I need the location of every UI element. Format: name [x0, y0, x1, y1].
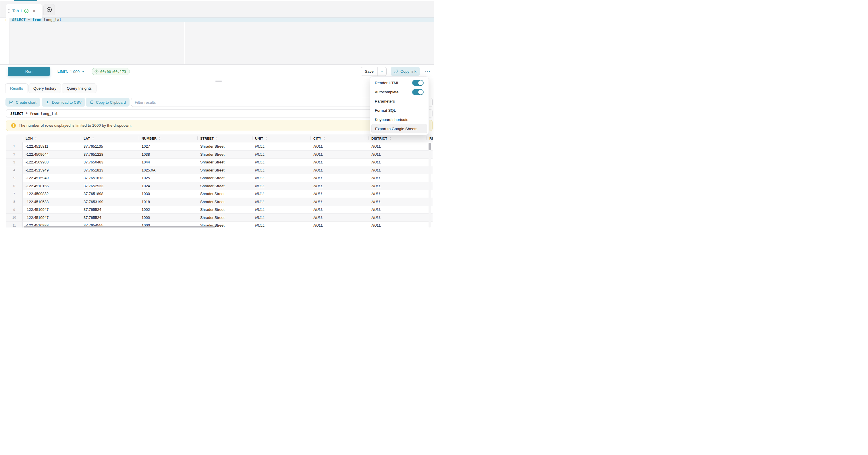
menu-item-render-html[interactable]: Render HTML	[371, 78, 427, 87]
new-tab-button[interactable]	[43, 4, 55, 15]
column-header-street[interactable]: STREET	[197, 134, 252, 143]
sort-icon[interactable]	[390, 137, 391, 140]
download-csv-button[interactable]: Download to CSV	[42, 98, 85, 107]
tab-query-history[interactable]: Query history	[28, 83, 61, 93]
table-cell: 1030	[139, 190, 197, 198]
column-header-label: DISTRICT	[371, 137, 387, 140]
table-cell: NULL	[252, 206, 310, 214]
sort-icon[interactable]	[159, 137, 161, 140]
toggle-knob	[418, 81, 423, 85]
caret-down-icon	[82, 71, 85, 72]
column-header-number[interactable]: NUMBER	[139, 134, 197, 143]
row-limit-warning: ! The number of rows displayed is limite…	[6, 120, 433, 131]
sort-icon[interactable]	[323, 137, 325, 140]
tab-results[interactable]: Results	[5, 83, 28, 93]
table-cell: -122.4515811	[23, 143, 81, 151]
table-row[interactable]: 8-122.451053337.76531991018Shrader Stree…	[6, 198, 433, 206]
sql-editor[interactable]: SELECT * from long_lat 1	[0, 18, 434, 64]
table-cell: -122.4510533	[23, 198, 81, 206]
copy-link-button[interactable]: Copy link	[391, 67, 420, 76]
tab-query-insights[interactable]: Query Insights	[62, 83, 96, 93]
table-cell: 37.7651813	[81, 166, 139, 174]
toggle-switch-on[interactable]	[412, 89, 424, 95]
table-cell: NULL	[369, 214, 427, 221]
column-header-unit[interactable]: UNIT	[252, 134, 310, 143]
menu-item-keyboard-shortcuts[interactable]: Keyboard shortcuts	[371, 115, 427, 124]
table-cell: -122.4515949	[23, 174, 81, 182]
close-tab-icon[interactable]: ✕	[32, 9, 36, 13]
run-button[interactable]: Run	[8, 67, 50, 76]
column-header-label: LAT	[84, 137, 90, 140]
limit-value: 1 000	[70, 69, 80, 74]
table-cell: NULL	[252, 158, 310, 166]
table-row[interactable]: 9-122.451094737.7655241002Shrader Street…	[6, 206, 433, 214]
table-row[interactable]: 1-122.451581137.76511351027Shrader Stree…	[6, 143, 433, 151]
sql-text: long_lat	[41, 18, 61, 22]
table-cell: NULL	[369, 206, 427, 214]
toggle-knob	[418, 90, 423, 94]
table-row[interactable]: 10-122.451094737.7655241000Shrader Stree…	[6, 213, 433, 221]
toggle-switch-on[interactable]	[412, 80, 424, 86]
vertical-scrollbar-thumb[interactable]	[429, 143, 431, 150]
save-button[interactable]: Save	[361, 67, 377, 75]
table-body: 1-122.451581137.76511351027Shrader Stree…	[6, 143, 433, 228]
table-row[interactable]: 4-122.451594937.76518131025.0AShrader St…	[6, 166, 433, 174]
table-cell: NULL	[252, 166, 310, 174]
save-options-button[interactable]	[377, 67, 386, 75]
table-cell: -122.4509983	[23, 158, 81, 166]
menu-item-parameters[interactable]: Parameters	[371, 96, 427, 106]
menu-item-format-sql[interactable]: Format SQL	[371, 106, 427, 115]
table-row[interactable]: 6-122.451015637.76525331024Shrader Stree…	[6, 182, 433, 190]
table-cell: NULL	[310, 214, 369, 221]
table-cell: 1024	[139, 182, 197, 190]
table-cell: 1027	[139, 143, 197, 151]
query-tab-1[interactable]: Tab 1 ✕	[6, 4, 42, 18]
column-header-label: LON	[26, 137, 33, 140]
vertical-scrollbar-track[interactable]	[429, 143, 431, 228]
table-row[interactable]: 7-122.450983237.76518981030Shrader Stree…	[6, 190, 433, 198]
limit-dropdown[interactable]: LIMIT: 1 000	[57, 65, 85, 79]
options-menu: Render HTMLAutocompleteParametersFormat …	[370, 77, 429, 135]
column-header-district[interactable]: DISTRICT	[369, 134, 427, 143]
menu-item-label: Keyboard shortcuts	[375, 118, 408, 122]
table-cell: NULL	[310, 158, 369, 166]
table-row[interactable]: 5-122.451594937.76518131025Shrader Stree…	[6, 174, 433, 182]
table-row[interactable]: 2-122.450964437.76512281038Shrader Stree…	[6, 150, 433, 158]
panel-resize-handle[interactable]	[215, 80, 222, 83]
sort-icon[interactable]	[216, 137, 218, 140]
more-options-button[interactable]: ···	[423, 67, 433, 76]
sort-icon[interactable]	[92, 137, 94, 140]
line-number: 1	[5, 18, 7, 22]
table-cell: 1025.0A	[139, 166, 197, 174]
create-chart-button[interactable]: Create chart	[5, 98, 40, 107]
copy-clipboard-label: Copy to Clipboard	[96, 100, 126, 104]
table-cell: NULL	[252, 190, 310, 198]
table-cell: NULL	[310, 222, 369, 228]
column-header-lat[interactable]: LAT	[81, 134, 139, 143]
column-header-re[interactable]: RE	[427, 134, 433, 143]
download-csv-label: Download to CSV	[52, 100, 82, 104]
executed-query-bar: SELECT * from long_lat	[6, 110, 433, 118]
chevron-down-icon	[380, 70, 384, 73]
table-cell: NULL	[369, 222, 427, 228]
sort-icon[interactable]	[266, 137, 267, 140]
editor-active-line[interactable]: SELECT * from long_lat	[10, 18, 434, 22]
column-header-lon[interactable]: LON	[23, 134, 81, 143]
row-number: 3	[6, 158, 23, 166]
column-header-city[interactable]: CITY	[310, 134, 369, 143]
sort-icon[interactable]	[35, 137, 37, 140]
column-header-label: CITY	[313, 137, 321, 140]
results-table: LONLATNUMBERSTREETUNITCITYDISTRICTRE 1-1…	[6, 134, 433, 228]
menu-item-export-to-google-sheets[interactable]: Export to Google Sheets	[371, 124, 427, 133]
table-cell: -122.4509644	[23, 151, 81, 158]
clock-icon	[94, 69, 98, 73]
check-circle-icon	[24, 9, 29, 13]
create-chart-label: Create chart	[16, 100, 36, 104]
table-row[interactable]: 3-122.450998337.76504831044Shrader Stree…	[6, 158, 433, 166]
copy-clipboard-button[interactable]: Copy to Clipboard	[86, 98, 129, 107]
menu-item-autocomplete[interactable]: Autocomplete	[371, 87, 427, 96]
drag-handle-icon[interactable]	[8, 9, 10, 13]
row-number: 1	[6, 143, 23, 151]
menu-item-label: Format SQL	[375, 108, 396, 113]
horizontal-scrollbar-thumb[interactable]	[24, 226, 215, 228]
